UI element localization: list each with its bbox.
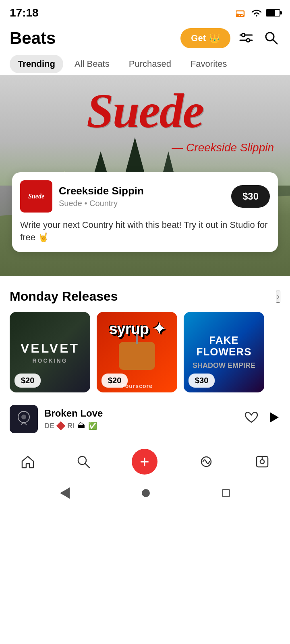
- recent-button[interactable]: [222, 489, 230, 497]
- velvet-price: $20: [14, 374, 41, 388]
- velvet-subtitle: ROCKING: [21, 357, 79, 364]
- cast-icon: [236, 8, 247, 17]
- fake-flowers-price: $30: [188, 374, 215, 388]
- now-playing-art: [10, 405, 38, 433]
- back-icon: [60, 487, 70, 499]
- now-playing-bar: Broken Love DE RI 🏔 ✅: [0, 399, 290, 439]
- beat-artist: Suede: [59, 199, 82, 208]
- nav-activity-button[interactable]: [193, 452, 220, 472]
- activity-icon: [199, 455, 213, 469]
- beat-card-container: Suede Creekside Sippin Suede • Country $…: [12, 172, 278, 252]
- beat-thumb-label: Suede: [28, 193, 44, 200]
- shadow-empire-label: SHADOW EMPIRE: [193, 361, 255, 370]
- meta-diamond-icon: [56, 421, 66, 431]
- home-sys-icon: [142, 489, 150, 497]
- nav-home-button[interactable]: [14, 452, 41, 472]
- hero-banner: Suede Creekside Slippin Suede Creekside …: [0, 75, 290, 276]
- filter-icon: [239, 33, 253, 43]
- beat-title: Creekside Sippin: [59, 185, 144, 197]
- monday-releases-section: Monday Releases › VELVET ROCKING $20 syr…: [0, 276, 290, 399]
- meta-mountain-icon: 🏔: [78, 422, 85, 430]
- meta-label-ri: RI: [67, 422, 75, 430]
- get-button-label: Get: [191, 33, 206, 43]
- fake-flowers-title: FAKE FLOWERS: [190, 334, 258, 357]
- system-nav: [0, 483, 290, 507]
- beat-details: Creekside Sippin Suede • Country: [59, 185, 144, 208]
- beat-separator: •: [84, 199, 89, 208]
- beat-genre: Country: [89, 199, 118, 208]
- nav-tabs: Trending All Beats Purchased Favorites: [0, 55, 290, 73]
- status-time: 17:18: [10, 6, 39, 19]
- status-icons: [236, 8, 280, 17]
- section-title: Monday Releases: [10, 289, 118, 304]
- library-icon: [255, 455, 269, 469]
- hero-song-title: Creekside Slippin: [172, 141, 274, 154]
- now-playing-meta: DE RI 🏔 ✅: [44, 421, 238, 430]
- svg-line-13: [85, 464, 89, 468]
- meta-label-de: DE: [44, 422, 54, 430]
- syrup-price: $20: [102, 374, 128, 388]
- bottom-nav: +: [0, 439, 290, 483]
- beat-price-button[interactable]: $30: [231, 185, 270, 208]
- svg-line-7: [273, 40, 277, 44]
- header: Beats Get 👑: [0, 24, 290, 55]
- favorite-button[interactable]: [244, 411, 259, 427]
- beat-card-top: Suede Creekside Sippin Suede • Country $…: [20, 180, 270, 213]
- tab-favorites[interactable]: Favorites: [182, 55, 235, 73]
- beat-card: Suede Creekside Sippin Suede • Country $…: [12, 172, 278, 252]
- crown-icon: 👑: [209, 33, 220, 43]
- velvet-content: VELVET ROCKING: [21, 341, 79, 364]
- svg-point-10: [21, 415, 26, 419]
- heart-icon: [244, 411, 259, 424]
- beat-meta: Suede • Country: [59, 199, 144, 208]
- now-playing-controls: [244, 411, 280, 427]
- wifi-icon: [251, 8, 263, 17]
- velvet-title: VELVET: [21, 341, 79, 356]
- get-button[interactable]: Get 👑: [180, 28, 230, 48]
- tab-trending[interactable]: Trending: [10, 55, 63, 73]
- svg-point-16: [260, 460, 264, 464]
- section-header: Monday Releases ›: [10, 289, 280, 304]
- hero-artist-name: Suede: [0, 87, 290, 135]
- battery-icon: [266, 9, 280, 17]
- release-card-syrup[interactable]: syrup ✦ Fourscore $20: [97, 312, 177, 392]
- svg-point-12: [78, 456, 86, 464]
- nav-library-button[interactable]: [249, 452, 276, 472]
- section-more-button[interactable]: ›: [276, 291, 280, 303]
- svg-marker-11: [270, 412, 279, 423]
- nav-add-button[interactable]: +: [125, 446, 164, 478]
- status-bar: 17:18: [0, 0, 290, 24]
- recent-icon: [222, 489, 230, 497]
- tab-purchased[interactable]: Purchased: [121, 55, 179, 73]
- now-playing-thumbnail: [10, 405, 38, 433]
- beat-description: Write your next Country hit with this be…: [20, 219, 270, 244]
- nav-search-button[interactable]: [70, 452, 97, 472]
- now-playing-title: Broken Love: [44, 408, 238, 419]
- play-icon: [267, 411, 280, 424]
- search-icon: [264, 31, 278, 45]
- meta-check-icon: ✅: [88, 421, 97, 430]
- header-actions: Get 👑: [180, 28, 280, 48]
- filter-button[interactable]: [237, 31, 255, 46]
- search-button[interactable]: [262, 29, 280, 48]
- release-card-fake-flowers[interactable]: FAKE FLOWERS SHADOW EMPIRE $30: [184, 312, 264, 392]
- releases-grid: VELVET ROCKING $20 syrup ✦ Fourscore $20…: [10, 312, 280, 392]
- svg-point-5: [246, 39, 250, 42]
- beat-card-info: Suede Creekside Sippin Suede • Country: [20, 180, 144, 213]
- svg-point-3: [242, 33, 245, 37]
- radio-shape: [119, 342, 155, 370]
- home-sys-button[interactable]: [142, 489, 150, 497]
- home-icon: [21, 455, 35, 469]
- tab-all-beats[interactable]: All Beats: [66, 55, 118, 73]
- search-nav-icon: [77, 455, 90, 469]
- app-title: Beats: [10, 29, 56, 48]
- beat-thumbnail: Suede: [20, 180, 52, 213]
- play-button[interactable]: [267, 411, 280, 427]
- fake-flowers-icons: SHADOW EMPIRE: [193, 361, 255, 370]
- add-icon: +: [132, 449, 157, 475]
- back-button[interactable]: [60, 487, 70, 499]
- release-card-velvet[interactable]: VELVET ROCKING $20: [10, 312, 90, 392]
- now-playing-info: Broken Love DE RI 🏔 ✅: [44, 408, 238, 430]
